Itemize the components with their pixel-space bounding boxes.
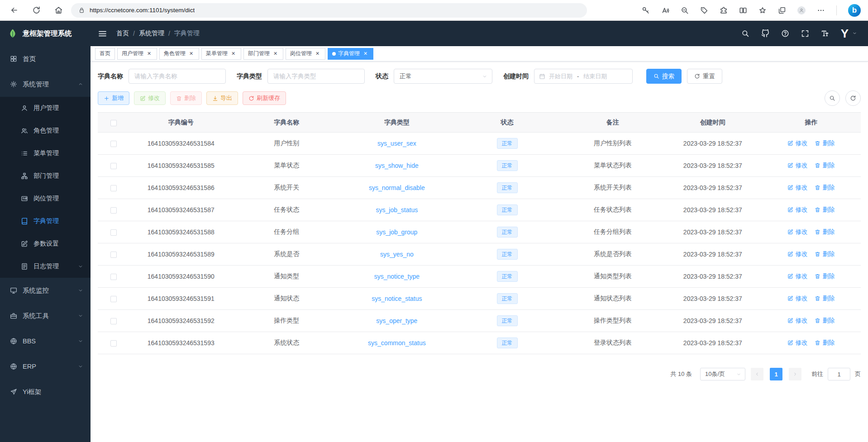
split-screen-icon[interactable]	[739, 6, 747, 14]
row-delete-button[interactable]: 删除	[815, 272, 835, 280]
sidebar-item-param-settings[interactable]: 参数设置	[0, 233, 91, 255]
tab-close-icon[interactable]: ×	[314, 50, 321, 57]
fullscreen-icon[interactable]	[801, 29, 809, 38]
page-1-button[interactable]: 1	[770, 368, 782, 380]
date-range-picker[interactable]: 开始日期 - 结束日期	[534, 69, 633, 84]
row-edit-button[interactable]: 修改	[787, 206, 807, 214]
header-search-icon[interactable]	[741, 29, 749, 38]
reload-icon[interactable]	[32, 6, 41, 14]
sidebar-item-yi-framework[interactable]: Yi框架	[0, 379, 91, 404]
favorites-icon[interactable]	[758, 6, 767, 14]
row-edit-button[interactable]: 修改	[787, 139, 807, 147]
password-key-icon[interactable]	[642, 6, 650, 14]
sidebar-item-post-management[interactable]: 岗位管理	[0, 187, 91, 210]
dict-type-input[interactable]	[267, 69, 365, 84]
row-delete-button[interactable]: 删除	[815, 339, 835, 347]
row-delete-button[interactable]: 删除	[815, 295, 835, 303]
refresh-table-button[interactable]	[845, 90, 861, 106]
reset-button[interactable]: 重置	[687, 69, 722, 84]
tab-menu-management[interactable]: 菜单管理×	[201, 48, 241, 60]
bing-icon[interactable]: b	[848, 4, 861, 17]
user-logo[interactable]: Y	[841, 28, 849, 39]
page-size-select[interactable]: 10条/页	[700, 368, 745, 380]
row-delete-button[interactable]: 删除	[815, 250, 835, 258]
tab-close-icon[interactable]: ×	[362, 50, 369, 57]
row-delete-button[interactable]: 删除	[815, 206, 835, 214]
row-delete-button[interactable]: 删除	[815, 162, 835, 170]
more-options-icon[interactable]	[817, 6, 825, 14]
delete-button[interactable]: 删除	[170, 91, 202, 105]
dict-type-link[interactable]: sys_notice_status	[372, 295, 422, 302]
browser-home-icon[interactable]	[54, 6, 63, 14]
sidebar-item-menu-management[interactable]: 菜单管理	[0, 142, 91, 165]
tab-dict-management[interactable]: 字典管理×	[328, 48, 373, 60]
collections-icon[interactable]	[778, 6, 786, 14]
tab-close-icon[interactable]: ×	[146, 50, 153, 57]
row-checkbox[interactable]	[110, 141, 117, 147]
sidebar-item-dept-management[interactable]: 部门管理	[0, 165, 91, 187]
tab-close-icon[interactable]: ×	[230, 50, 237, 57]
row-edit-button[interactable]: 修改	[787, 250, 807, 258]
extensions-icon[interactable]	[720, 6, 728, 14]
prev-page-button[interactable]	[751, 368, 763, 380]
profile-avatar[interactable]	[797, 6, 806, 14]
row-delete-button[interactable]: 删除	[815, 228, 835, 236]
status-select[interactable]: 正常	[394, 69, 492, 84]
github-icon[interactable]	[761, 29, 769, 38]
sidebar-item-erp[interactable]: ERP	[0, 354, 91, 379]
row-checkbox[interactable]	[110, 340, 117, 347]
tab-dept-management[interactable]: 部门管理×	[243, 48, 283, 60]
row-edit-button[interactable]: 修改	[787, 162, 807, 170]
row-delete-button[interactable]: 删除	[815, 317, 835, 325]
sidebar-item-dict-management[interactable]: 字典管理	[0, 210, 91, 233]
toggle-search-button[interactable]	[825, 90, 840, 106]
row-checkbox[interactable]	[110, 163, 117, 169]
search-button[interactable]: 搜索	[646, 69, 682, 84]
dict-type-link[interactable]: sys_yes_no	[380, 251, 414, 258]
tab-post-management[interactable]: 岗位管理×	[286, 48, 325, 60]
read-aloud-icon[interactable]	[661, 6, 669, 14]
row-checkbox[interactable]	[110, 318, 117, 324]
sidebar-toggle-icon[interactable]	[98, 29, 107, 38]
back-icon[interactable]	[10, 6, 19, 14]
next-page-button[interactable]	[789, 368, 801, 380]
refresh-cache-button[interactable]: 刷新缓存	[243, 91, 286, 105]
breadcrumb-item[interactable]: 首页	[116, 29, 129, 38]
row-checkbox[interactable]	[110, 229, 117, 236]
dict-type-link[interactable]: sys_oper_type	[376, 317, 417, 324]
row-checkbox[interactable]	[110, 185, 117, 191]
dict-type-link[interactable]: sys_common_status	[368, 339, 426, 347]
breadcrumb-item[interactable]: 系统管理	[139, 29, 164, 38]
sidebar-item-home[interactable]: 首页	[0, 46, 91, 71]
sidebar-item-bbs[interactable]: BBS	[0, 328, 91, 354]
export-button[interactable]: 导出	[206, 91, 238, 105]
row-delete-button[interactable]: 删除	[815, 139, 835, 147]
row-checkbox[interactable]	[110, 296, 117, 302]
dict-type-link[interactable]: sys_user_sex	[377, 140, 416, 147]
dict-type-link[interactable]: sys_show_hide	[375, 162, 419, 169]
row-edit-button[interactable]: 修改	[787, 272, 807, 280]
tab-user-management[interactable]: 用户管理×	[117, 48, 157, 60]
tab-close-icon[interactable]: ×	[272, 50, 279, 57]
tab-role-management[interactable]: 角色管理×	[159, 48, 199, 60]
row-edit-button[interactable]: 修改	[787, 339, 807, 347]
sidebar-item-user-management[interactable]: 用户管理	[0, 97, 91, 119]
dict-type-link[interactable]: sys_job_group	[376, 228, 417, 236]
row-checkbox[interactable]	[110, 207, 117, 214]
add-button[interactable]: 新增	[98, 91, 129, 105]
dict-type-link[interactable]: sys_notice_type	[374, 273, 420, 280]
sidebar-item-system-tools[interactable]: 系统工具	[0, 303, 91, 328]
font-size-icon[interactable]	[821, 29, 829, 38]
row-checkbox[interactable]	[110, 252, 117, 258]
row-delete-button[interactable]: 删除	[815, 184, 835, 192]
help-icon[interactable]	[781, 29, 789, 38]
dict-type-link[interactable]: sys_job_status	[376, 206, 418, 214]
sidebar-item-role-management[interactable]: 角色管理	[0, 119, 91, 142]
tab-home[interactable]: 首页	[95, 48, 115, 60]
address-bar[interactable]: https://ccnetcore.com:1101/system/dict	[71, 3, 587, 18]
dict-type-link[interactable]: sys_normal_disable	[369, 184, 425, 191]
row-edit-button[interactable]: 修改	[787, 317, 807, 325]
shopping-tag-icon[interactable]	[700, 6, 708, 14]
sidebar-item-system-monitor[interactable]: 系统监控	[0, 278, 91, 303]
dict-name-input[interactable]	[129, 69, 226, 84]
